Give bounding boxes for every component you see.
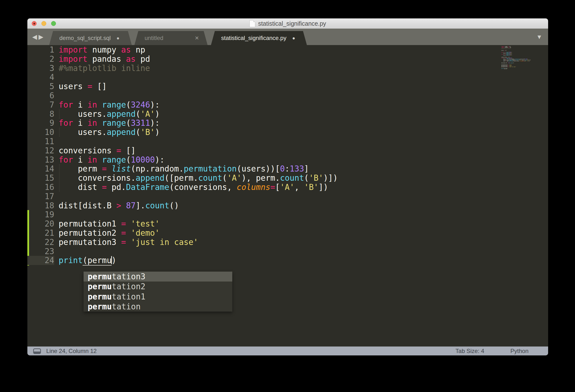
close-window-button[interactable] (32, 21, 37, 26)
code-line: 8 users.append('A') (27, 110, 548, 119)
line-number: 21 (27, 228, 54, 238)
tab-overflow-icon[interactable]: ▼ (536, 29, 542, 45)
code-line: 21permutation2 = 'demo' (27, 228, 548, 238)
code-line: 6 (27, 91, 548, 100)
line-number: 17 (27, 192, 54, 201)
syntax-language-status[interactable]: Python (510, 348, 528, 354)
line-number: 14 (27, 164, 54, 173)
desktop: statistical_significance.py ◀ ▶ demo_sql… (0, 0, 575, 392)
show-panel-icon[interactable] (33, 348, 41, 354)
indent-guide (59, 164, 60, 192)
line-number: 10 (27, 128, 54, 137)
line-number: 22 (27, 238, 54, 247)
tab-label: statistical_significance.py (221, 35, 286, 41)
status-bar: Line 24, Column 12 Tab Size: 4 Python (27, 346, 548, 355)
line-number: 9 (27, 119, 54, 128)
line-number: 3 (27, 64, 54, 73)
line-number: 7 (27, 100, 54, 110)
traffic-lights (32, 21, 56, 26)
line-number: 4 (27, 73, 54, 82)
back-icon[interactable]: ◀ (32, 33, 37, 41)
code-line: 10 users.append('B') (27, 128, 548, 137)
line-number: 23 (27, 247, 54, 256)
code-line: 14 perm = list(np.random.permutation(use… (27, 164, 548, 173)
tab-label: demo_sql_script.sql (59, 35, 111, 41)
code-text[interactable]: 1import numpy as np2import pandas as pd3… (27, 45, 548, 265)
code-line: 19 (27, 210, 548, 219)
code-line: 11 (27, 137, 548, 146)
line-number: 5 (27, 82, 54, 91)
line-number: 13 (27, 155, 54, 165)
autocomplete-item[interactable]: permutation (84, 302, 232, 312)
autocomplete-popup: permutation3permutation2permutation1perm… (84, 271, 232, 312)
document-icon (249, 20, 255, 27)
code-line: 4 (27, 73, 548, 82)
unsaved-dot-icon: ● (292, 36, 295, 40)
line-number: 16 (27, 183, 54, 192)
autocomplete-item[interactable]: permutation3 (84, 271, 232, 282)
indent-guide (59, 128, 60, 137)
autocomplete-item[interactable]: permutation2 (84, 282, 232, 292)
line-number: 20 (27, 219, 54, 228)
code-line: 12conversions = [] (27, 146, 548, 155)
tab-close-icon[interactable]: × (195, 35, 199, 41)
sublime-window: statistical_significance.py ◀ ▶ demo_sql… (27, 18, 548, 355)
code-line: 15 conversions.append([perm.count('A'), … (27, 173, 548, 183)
line-number: 1 (27, 45, 54, 54)
line-number: 15 (27, 173, 54, 183)
line-number: 8 (27, 110, 54, 119)
tab-bar: ◀ ▶ demo_sql_script.sql●untitled×statist… (27, 29, 548, 45)
window-title: statistical_significance.py (258, 20, 326, 27)
minimize-window-button[interactable] (41, 21, 46, 26)
zoom-window-button[interactable] (51, 21, 56, 26)
line-number: 19 (27, 210, 54, 219)
forward-icon[interactable]: ▶ (39, 33, 43, 41)
minimap[interactable]: import numpy as npimport pandas as pd#%m… (501, 46, 535, 172)
code-line: 17 (27, 192, 548, 201)
line-number: 24 (27, 256, 54, 265)
code-line: 23 (27, 247, 548, 256)
cursor-position-status: Line 24, Column 12 (46, 348, 97, 354)
code-line: print(permu) (501, 68, 533, 69)
code-line: 22permutation3 = 'just in case' (27, 238, 548, 247)
line-number: 18 (27, 201, 54, 210)
code-line: 18dist[dist.B > 87].count() (27, 201, 548, 210)
code-line: 3#%matplotlib inline (27, 64, 548, 73)
line-number: 11 (27, 137, 54, 146)
autocomplete-item[interactable]: permutation1 (84, 292, 232, 302)
code-line: 16 dist = pd.DataFrame(conversions, colu… (27, 183, 548, 192)
title-bar[interactable]: statistical_significance.py (27, 18, 548, 29)
tab-label: untitled (144, 35, 163, 41)
code-line: 20permutation1 = 'test' (27, 219, 548, 228)
code-line: 7for i in range(3246): (27, 100, 548, 110)
code-line: 2import pandas as pd (27, 54, 548, 64)
code-line: 5users = [] (27, 82, 548, 91)
indent-guide (59, 110, 60, 119)
line-number: 6 (27, 91, 54, 100)
code-line: dist = pd.DataFrame(conversions, columns… (501, 61, 533, 62)
code-line: 9for i in range(3311): (27, 119, 548, 128)
tab-statistical_significance.py[interactable]: statistical_significance.py● (211, 31, 307, 45)
code-line: 13for i in range(10000): (27, 155, 548, 165)
line-number: 2 (27, 54, 54, 64)
unsaved-dot-icon: ● (117, 36, 120, 40)
code-line: 1import numpy as np (27, 45, 548, 54)
line-number: 12 (27, 146, 54, 155)
tab-demo_sql_script.sql[interactable]: demo_sql_script.sql● (49, 31, 132, 45)
tab-size-status[interactable]: Tab Size: 4 (455, 348, 484, 354)
tab-untitled[interactable]: untitled× (134, 31, 208, 45)
code-line: 24print(permu) (27, 256, 548, 265)
